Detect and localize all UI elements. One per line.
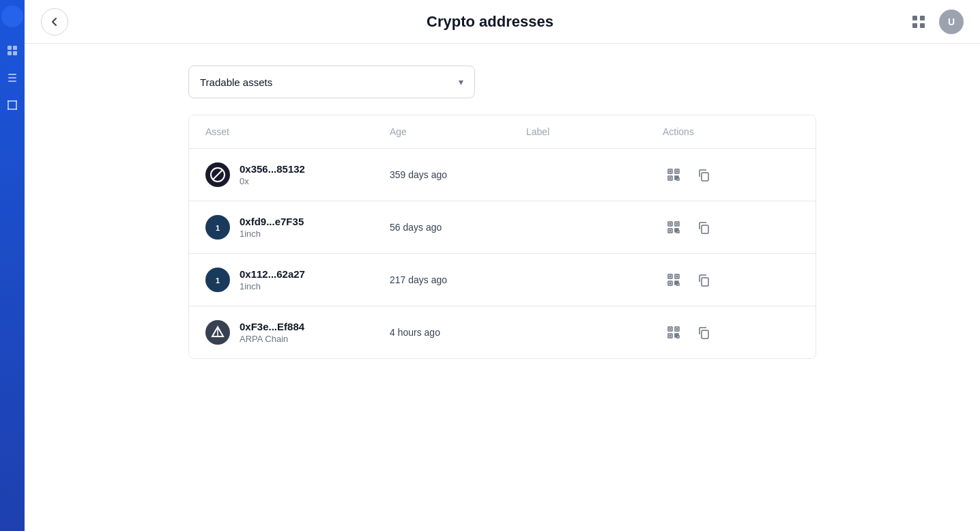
age-cell-2: 217 days ago xyxy=(390,274,526,285)
svg-rect-8 xyxy=(8,109,17,110)
copy-button-2[interactable] xyxy=(693,269,715,291)
svg-rect-63 xyxy=(669,335,672,337)
svg-rect-27 xyxy=(677,178,679,180)
sidebar-nav-2[interactable] xyxy=(3,66,22,90)
svg-rect-41 xyxy=(702,225,708,233)
copy-button-1[interactable] xyxy=(693,216,715,238)
header-left xyxy=(41,8,68,35)
sidebar-nav-1[interactable] xyxy=(3,38,22,63)
svg-rect-39 xyxy=(675,231,676,232)
asset-cell: 1 0x112...62a27 1inch xyxy=(205,268,390,292)
asset-address-0: 0x356...85132 xyxy=(240,163,305,175)
qr-code-button-1[interactable] xyxy=(663,216,684,238)
table-row: 0x356...85132 0x 359 days ago xyxy=(189,149,816,201)
asset-type-1: 1inch xyxy=(240,229,304,239)
asset-icon-1: 1 xyxy=(205,215,230,240)
svg-rect-40 xyxy=(677,231,679,233)
svg-rect-64 xyxy=(675,334,676,335)
asset-type-2: 1inch xyxy=(240,281,305,291)
svg-rect-53 xyxy=(677,283,679,285)
asset-cell: 1 0xfd9...e7F35 1inch xyxy=(205,215,390,240)
svg-rect-61 xyxy=(676,328,678,330)
content-area: Tradable assets ▾ Asset Age Label Action… xyxy=(25,44,980,381)
svg-rect-49 xyxy=(669,283,672,285)
svg-rect-65 xyxy=(677,334,678,335)
svg-rect-6 xyxy=(8,81,16,82)
table-row: 1 0x112...62a27 1inch 217 days ago xyxy=(189,254,816,306)
table-row: 0xF3e...Ef884 ARPA Chain 4 hours ago xyxy=(189,306,816,358)
copy-button-0[interactable] xyxy=(693,164,715,186)
svg-rect-4 xyxy=(8,74,16,75)
addresses-table: Asset Age Label Actions 0x356 xyxy=(188,115,816,359)
avatar[interactable]: U xyxy=(939,10,964,34)
age-cell-3: 4 hours ago xyxy=(390,327,526,338)
svg-rect-45 xyxy=(669,276,672,278)
svg-rect-34 xyxy=(676,223,678,225)
svg-rect-2 xyxy=(8,51,12,55)
tradable-assets-dropdown[interactable]: Tradable assets ▾ xyxy=(188,66,475,98)
svg-rect-54 xyxy=(702,278,708,286)
table-row: 1 0xfd9...e7F35 1inch 56 days ago xyxy=(189,201,816,254)
svg-rect-47 xyxy=(676,276,678,278)
back-button[interactable] xyxy=(41,8,68,35)
svg-rect-19 xyxy=(669,171,672,173)
svg-rect-32 xyxy=(669,223,672,225)
copy-button-3[interactable] xyxy=(693,321,715,343)
svg-rect-37 xyxy=(675,229,676,230)
svg-rect-21 xyxy=(676,171,678,173)
asset-address-2: 0x112...62a27 xyxy=(240,268,305,280)
page-title: Crypto addresses xyxy=(427,13,553,31)
chevron-down-icon: ▾ xyxy=(459,76,463,87)
actions-cell-3 xyxy=(663,321,799,343)
asset-info-3: 0xF3e...Ef884 ARPA Chain xyxy=(240,321,304,344)
sidebar-logo xyxy=(1,5,23,27)
filter-dropdown-wrapper: Tradable assets ▾ xyxy=(188,66,816,98)
qr-code-button-3[interactable] xyxy=(663,321,684,343)
col-header-age: Age xyxy=(390,126,526,137)
age-cell-1: 56 days ago xyxy=(390,222,526,233)
svg-rect-68 xyxy=(702,330,708,339)
sidebar xyxy=(0,0,25,531)
grid-view-button[interactable] xyxy=(906,10,931,34)
svg-rect-7 xyxy=(8,100,17,102)
actions-cell-2 xyxy=(663,269,799,291)
table-header: Asset Age Label Actions xyxy=(189,115,816,149)
svg-rect-14 xyxy=(920,23,925,28)
svg-text:1: 1 xyxy=(216,224,220,232)
svg-text:1: 1 xyxy=(216,276,220,285)
asset-icon-3 xyxy=(205,320,230,345)
svg-rect-67 xyxy=(677,336,679,338)
header-right: U xyxy=(906,10,964,34)
svg-rect-1 xyxy=(13,46,17,50)
qr-code-button-0[interactable] xyxy=(663,164,684,186)
asset-icon-2: 1 xyxy=(205,268,230,292)
svg-rect-11 xyxy=(912,16,917,20)
svg-rect-24 xyxy=(675,176,676,177)
svg-rect-23 xyxy=(669,177,672,180)
age-cell-0: 359 days ago xyxy=(390,169,526,180)
header: Crypto addresses U xyxy=(25,0,980,44)
svg-rect-0 xyxy=(8,46,12,50)
svg-rect-26 xyxy=(675,178,676,180)
asset-info-0: 0x356...85132 0x xyxy=(240,163,305,186)
svg-rect-36 xyxy=(669,230,672,232)
main-wrapper: Crypto addresses U Tradable assets ▾ Ass xyxy=(25,0,980,531)
svg-rect-9 xyxy=(8,100,9,110)
svg-rect-25 xyxy=(677,176,678,177)
col-header-actions: Actions xyxy=(663,126,799,137)
asset-type-3: ARPA Chain xyxy=(240,334,304,344)
qr-code-button-2[interactable] xyxy=(663,269,684,291)
svg-rect-28 xyxy=(702,173,708,181)
svg-rect-51 xyxy=(677,281,678,283)
asset-info-1: 0xfd9...e7F35 1inch xyxy=(240,216,304,239)
svg-rect-3 xyxy=(13,51,17,55)
asset-icon-0 xyxy=(205,162,230,187)
asset-info-2: 0x112...62a27 1inch xyxy=(240,268,305,291)
asset-address-3: 0xF3e...Ef884 xyxy=(240,321,304,332)
sidebar-nav-3[interactable] xyxy=(3,93,22,117)
asset-cell: 0xF3e...Ef884 ARPA Chain xyxy=(205,320,390,345)
svg-rect-66 xyxy=(675,336,676,337)
svg-rect-13 xyxy=(912,23,917,28)
asset-cell: 0x356...85132 0x xyxy=(205,162,390,187)
asset-type-0: 0x xyxy=(240,176,305,186)
